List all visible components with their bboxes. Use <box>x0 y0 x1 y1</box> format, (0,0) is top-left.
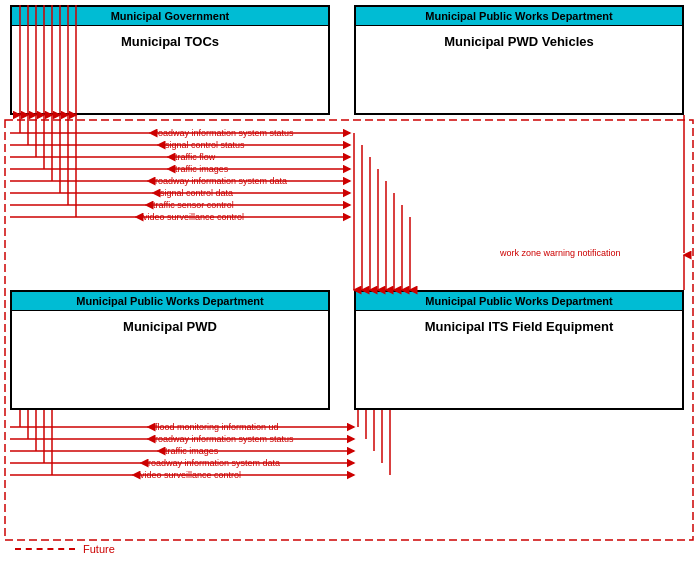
label-traffic-images-2: traffic images <box>165 446 218 456</box>
header-pwd-vehicles: Municipal Public Works Department <box>356 7 682 26</box>
label-traffic-images-1: traffic images <box>175 164 228 174</box>
label-flood-monitoring: flood monitoring information ud <box>155 422 279 432</box>
label-traffic-flow: traffic flow <box>175 152 215 162</box>
header-pwd: Municipal Public Works Department <box>12 292 328 311</box>
label-signal-control-data: signal control data <box>160 188 233 198</box>
body-pwd: Municipal PWD <box>12 311 328 342</box>
label-roadway-info-status-2: roadway information system status <box>155 434 294 444</box>
legend: Future <box>15 543 115 555</box>
label-roadway-info-status-1: roadway information system status <box>155 128 294 138</box>
body-its: Municipal ITS Field Equipment <box>356 311 682 342</box>
label-work-zone-warning: work zone warning notification <box>500 248 621 258</box>
label-traffic-sensor-control: traffic sensor control <box>153 200 234 210</box>
label-video-surveillance-1: video surveillance control <box>143 212 244 222</box>
body-pwd-vehicles: Municipal PWD Vehicles <box>356 26 682 57</box>
legend-line <box>15 548 75 550</box>
label-roadway-info-data-1: roadway information system data <box>155 176 287 186</box>
label-video-surveillance-2: video surveillance control <box>140 470 241 480</box>
box-its-field-equipment: Municipal Public Works Department Munici… <box>354 290 684 410</box>
label-roadway-info-data-2: roadway information system data <box>148 458 280 468</box>
body-municipal-tocs: Municipal TOCs <box>12 26 328 57</box>
box-pwd-vehicles: Municipal Public Works Department Munici… <box>354 5 684 115</box>
header-its: Municipal Public Works Department <box>356 292 682 311</box>
box-municipal-government: Municipal Government Municipal TOCs <box>10 5 330 115</box>
box-pwd: Municipal Public Works Department Munici… <box>10 290 330 410</box>
header-municipal-government: Municipal Government <box>12 7 328 26</box>
legend-label: Future <box>83 543 115 555</box>
diagram-container: Municipal Government Municipal TOCs Muni… <box>0 0 698 567</box>
label-signal-control-status: signal control status <box>165 140 245 150</box>
